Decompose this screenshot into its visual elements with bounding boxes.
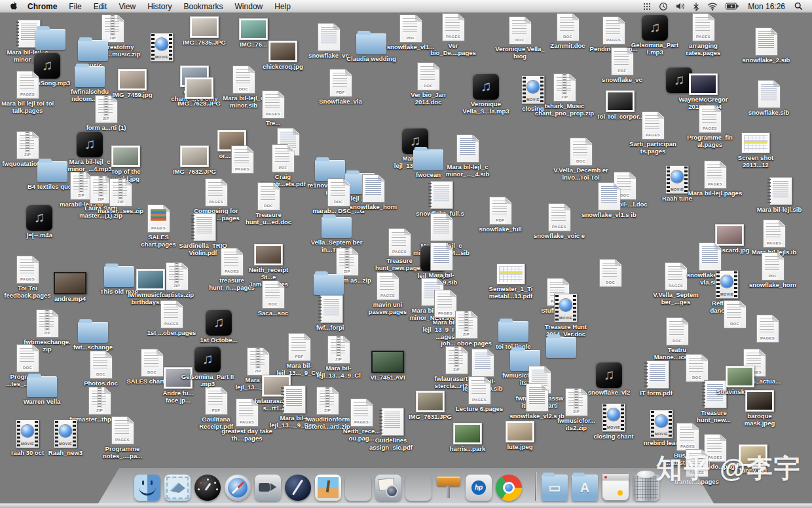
desktop-icon-pages[interactable]: PAGESmavin uni passw.pages [360, 272, 415, 315]
desktop-icon-folder[interactable]: Warren Vella [14, 372, 69, 405]
desktop-icon-photo[interactable]: harris...park [440, 423, 495, 452]
desktop-icon-pages[interactable]: PAGESsnowflake_voic e [532, 203, 587, 239]
desktop-icon-folder[interactable]: Vella_Septem ber in...Toi Toi [309, 213, 364, 253]
desktop-icon-label: harris...park [450, 445, 485, 452]
pages-file-icon: PAGES [160, 300, 183, 328]
dock-item-downloads[interactable] [602, 473, 629, 501]
desktop-icon-doc[interactable]: DOC [583, 259, 638, 287]
zip-file-icon: ZIP [16, 131, 39, 159]
desktop-icon-photo[interactable]: IMG_7459.jpg [105, 69, 160, 98]
desktop-icon-mp3[interactable]: ♫Gelsomina_Part II .mp3 [180, 346, 235, 387]
desktop-icon-vid[interactable]: VI_7451.AVI [360, 351, 415, 381]
desktop-icon-pdf[interactable]: PDFsnowflake_full [473, 197, 528, 233]
photo-file-icon [453, 423, 482, 444]
desktop-icon-zip[interactable]: ZIPjoh... oboe.pages [439, 311, 494, 347]
desktop-icon-spiral[interactable]: fwf...forpi [303, 295, 358, 331]
desktop-icon-sib[interactable]: snowflake.sib [741, 80, 796, 116]
desktop-icon-pages[interactable]: PAGESMara bil lejl toi toi talk.pages [0, 71, 55, 114]
wifi-icon[interactable] [707, 3, 718, 10]
desktop-icon-zip[interactable]: ZIPMara bil-lejl_13...4_9_Cl [311, 336, 366, 379]
desktop-icon-pages[interactable]: PAGES [740, 315, 795, 343]
desktop-icon-sib[interactable]: Mara bil-lejl_c minor_..._4.sib [440, 134, 495, 178]
desktop-icon-photo[interactable]: IMG_7631.JPG [403, 391, 458, 420]
desktop-icon-pages[interactable]: PAGESProgramme notes_....pa... [95, 416, 150, 459]
desktop-icon-folder[interactable]: toi toi jingle [486, 317, 541, 350]
dock-item-iphoto[interactable] [315, 475, 341, 501]
desktop-icon-zip[interactable]: ZIPtshark_Music chant_pno_prop.zip [537, 73, 592, 117]
dock-item-folder-documents[interactable]: ▭ [542, 475, 568, 501]
desktop-icon-doc[interactable]: DOCSaca...soc [246, 281, 301, 317]
desktop-icon-zip[interactable]: ZIPform a...rti (1) [79, 95, 134, 131]
menu-file[interactable]: File [63, 2, 87, 11]
active-app-menu[interactable]: Chrome [22, 0, 63, 13]
dock-item-folder-applications[interactable]: A [572, 475, 598, 501]
menu-clock[interactable]: Mon 16:26 [748, 2, 785, 11]
desktop-icon-photo[interactable]: lute.jpeg [492, 421, 547, 450]
grid-icon[interactable] [643, 3, 651, 10]
desktop-icon-photo[interactable]: baroque mask.jpeg [732, 390, 787, 427]
desktop-icon-movie[interactable]: MOVIETreasure Hunt 2014_Ver.doc [538, 294, 593, 338]
menu-help[interactable]: Help [268, 2, 297, 11]
desktop-icon-photo[interactable]: IMG_7628.JPG [172, 77, 227, 107]
desktop-icon-movie[interactable]: MOVIERaah_new3 [38, 420, 93, 456]
desktop-icon-doc[interactable]: DOCVer bio_Jan 2014.doc [401, 62, 456, 106]
dock-item-trash[interactable] [633, 475, 659, 501]
spotlight-icon[interactable] [794, 2, 803, 10]
desktop-icon-mp3[interactable]: ♫1st Octobe... [191, 309, 246, 343]
desktop-icon-sheet[interactable]: Screen shot 2013...12 [728, 132, 783, 168]
desktop-icon-movie[interactable]: MOVIEclosing chant [586, 403, 641, 440]
dock-item-photo-booth[interactable] [345, 475, 371, 501]
desktop-icon-vid[interactable]: andre.mp4 [43, 272, 98, 302]
desktop-icon-pages[interactable]: PAGESarranging rates.pages [676, 13, 731, 56]
desktop-icon-label: fwocean [416, 171, 441, 178]
desktop-icon-mp3[interactable]: ♫]=[--.m4a [12, 205, 67, 239]
pages-file-icon: PAGES [692, 13, 715, 41]
dock-item-mail[interactable] [164, 475, 191, 501]
desktop-icon-spiral[interactable]: Mara bil-lejl.sib [752, 177, 807, 213]
desktop-icon-pages[interactable]: PAGESMara bil-lejls.ib [747, 220, 802, 256]
desktop-icon-doc[interactable]: DOCPhotos.doc [73, 351, 128, 387]
desktop-icon-sib[interactable]: snowflake_2.sib [739, 28, 794, 64]
desktop-icon-pdf[interactable]: PDFSnowflake_vla [313, 69, 368, 105]
dock-item-finder[interactable] [134, 475, 160, 501]
desktop-icon-zip[interactable]: ZIP...artists.zip [149, 262, 204, 298]
dock-item-dashboard[interactable] [194, 475, 221, 501]
dock-item-keynote[interactable] [435, 475, 462, 501]
dock-item-time-machine[interactable] [405, 475, 432, 501]
menu-view[interactable]: View [113, 2, 141, 11]
desktop-icon-pages[interactable]: PAGESVer bio_De....pages [426, 13, 481, 56]
desktop-icon-folder[interactable]: fwt...schange [65, 318, 120, 351]
dock-item-hp-printer[interactable]: hp [466, 475, 492, 501]
desktop-icon-sib[interactable]: snowflake_vl1.s ib [581, 182, 637, 218]
apple-menu[interactable] [9, 1, 18, 11]
bluetooth-icon[interactable] [693, 2, 699, 11]
dock-item-facetime[interactable] [255, 475, 281, 501]
desktop-icon-doc[interactable]: DOCTreasure hunt_u...ed.doc [241, 182, 296, 225]
menu-history[interactable]: History [141, 2, 177, 11]
desktop-icon-label: Mara bil-lejl.sib [757, 206, 802, 213]
dock-item-sibelius[interactable] [285, 475, 311, 501]
dock-item-safari[interactable] [225, 475, 251, 501]
folder-icon [78, 40, 108, 61]
dock-item-aperture[interactable] [375, 475, 401, 501]
sync-icon[interactable] [659, 2, 668, 11]
menu-bookmarks[interactable]: Bookmarks [178, 2, 229, 11]
desktop-icon-label: snowflake_vc [308, 52, 349, 59]
doc-file-icon: DOC [570, 138, 593, 166]
desktop-icon-pages[interactable]: PAGESLecture 6.pages [452, 376, 507, 412]
desktop-icon-sib[interactable]: snowflake_horn [346, 174, 401, 210]
volume-icon[interactable] [676, 2, 685, 10]
desktop-icon-pages[interactable]: PAGESTre... [246, 90, 301, 127]
battery-icon[interactable] [726, 3, 739, 10]
desktop-icon-folder[interactable] [301, 270, 356, 295]
desktop-icon-photo[interactable]: IMG_7635.JPG [177, 16, 232, 46]
photo-file-icon [726, 366, 754, 387]
menu-window[interactable]: Window [229, 2, 269, 11]
menu-edit[interactable]: Edit [88, 2, 113, 11]
desktop-icon-doc[interactable]: DOCVeronique Vella_ biog [492, 16, 547, 60]
desktop-icon-pdf[interactable]: PDFsnowflake_horn [745, 252, 800, 288]
desktop-icon-pages[interactable]: PAGESSarti_participan ts.pages [625, 111, 680, 155]
desktop-icon-pdf[interactable]: PDFsnowflake_vc [595, 47, 650, 83]
desktop-icon-label: VI_7451.AVI [370, 374, 405, 381]
dock-item-chrome[interactable] [496, 475, 522, 501]
